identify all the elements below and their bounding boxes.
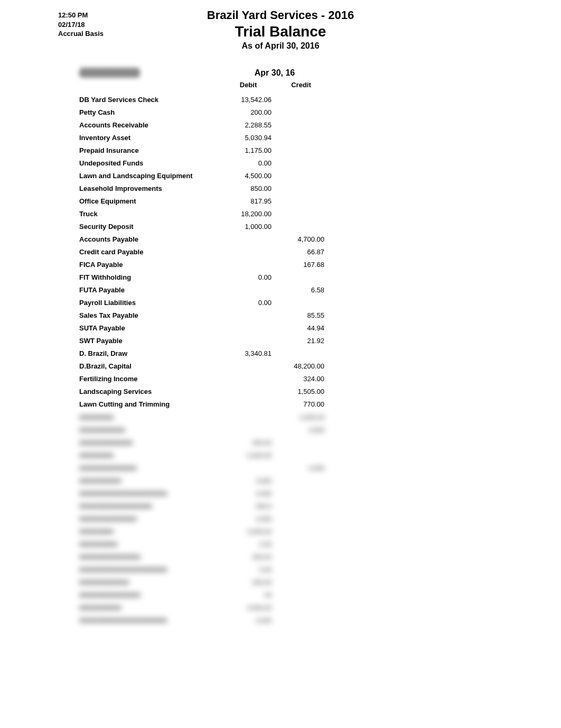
debit-value: x,xxx [222,473,275,485]
debit-value: 817.95 [222,193,275,206]
debit-value [222,409,275,422]
table-row: xxxxxxxxxxxx,xxx.xx [53,600,328,612]
credit-value [275,181,328,193]
credit-value: 21.92 [275,333,328,346]
table-row: Truck18,200.00 [53,206,328,219]
credit-value: x,xxx [275,422,328,435]
credit-value: 324.00 [275,371,328,384]
debit-value: x,xxx.xx [222,523,275,536]
debit-value: 4,500.00 [222,168,275,181]
credit-value [275,447,328,460]
debit-value: 18,200.00 [222,206,275,219]
debit-value: x.xx [222,536,275,549]
account-name: Lawn Cutting and Trimming [53,397,222,409]
account-name: Inventory Asset [53,130,222,143]
account-name: xxxxxxxxx [53,523,222,536]
table-row: xxxxxxxxxxxxxxxxxxxxxxxx,xxx [53,612,328,625]
credit-value [275,473,328,485]
credit-value [275,600,328,612]
credit-value: 44.94 [275,320,328,333]
table-row: xxxxxxxxxxxxxxxx,xxx [53,511,328,523]
debit-value [222,308,275,320]
credit-value [275,130,328,143]
debit-value: 200.00 [222,105,275,117]
account-name: xxxxxxxxxxxxxx [53,435,222,447]
table-row: xxxxxxxxxx,xxx.xx [53,409,328,422]
account-name: SUTA Payable [53,320,222,333]
credit-value [275,117,328,130]
table-row: xxxxxxxxxxxxxxxxxxx.xx [53,549,328,561]
debit-value: 0.00 [222,270,275,282]
debit-value [222,232,275,244]
debit-value: 0.00 [222,295,275,308]
col-debit: Debit [222,79,275,92]
debit-value [222,257,275,270]
header-time: 12:50 PM [58,11,104,20]
account-name: xxxxxxxxxxx [53,473,222,485]
account-name: Office Equipment [53,193,222,206]
credit-value: 85.55 [275,308,328,320]
account-name: xxxxxxxxxxxxxxx [53,511,222,523]
table-row: xxxxxxxxxxx.xx [53,536,328,549]
table-row: FIT Withholding0.00 [53,270,328,282]
debit-value [222,358,275,371]
debit-value [222,460,275,473]
account-name: xxxxxxxxxxxx [53,422,222,435]
table-row: Accounts Receivable2,288.55 [53,117,328,130]
credit-value: 66.87 [275,244,328,257]
credit-value [275,549,328,561]
header-basis: Accrual Basis [58,29,104,39]
account-name: Undeposited Funds [53,155,222,168]
header-date: 02/17/18 [58,20,104,30]
debit-value [222,333,275,346]
table-row: xxxxxxxxxxxxxxxxxxxxxxxx.xx [53,561,328,574]
report-header: 12:50 PM 02/17/18 Accrual Basis Brazil Y… [21,5,540,51]
table-row: Security Deposit1,000.00 [53,219,328,232]
account-name: Security Deposit [53,219,222,232]
credit-value [275,498,328,511]
debit-value: x,xxx.xx [222,600,275,612]
credit-value [275,511,328,523]
table-row: xxxxxxxxxxxxxxxxxxxxxx.x [53,498,328,511]
debit-value: 1,000.00 [222,219,275,232]
account-name: Landscaping Services [53,384,222,397]
credit-value: 167.68 [275,257,328,270]
credit-value [275,612,328,625]
table-row: Payroll Liabilities0.00 [53,295,328,308]
debit-value [222,320,275,333]
column-group: Apr 30, 16 [255,68,295,77]
debit-value: x,xxx [222,485,275,498]
account-name: Sales Tax Payable [53,308,222,320]
table-row: Petty Cash200.00 [53,105,328,117]
credit-value [275,435,328,447]
table-row: Leasehold Improvements850.00 [53,181,328,193]
account-name: Lawn and Landscaping Equipment [53,168,222,181]
col-credit: Credit [275,79,328,92]
debit-value [222,397,275,409]
credit-value [275,92,328,105]
table-body: DB Yard Services Check13,542.06Petty Cas… [53,92,328,625]
header-meta: 12:50 PM 02/17/18 Accrual Basis [58,11,104,39]
debit-value: 850.00 [222,181,275,193]
table-row: xxxxxxxxxxxxxxxxxx [53,587,328,600]
credit-value [275,219,328,232]
debit-value [222,282,275,295]
table-row: Undeposited Funds0.00 [53,155,328,168]
account-name: xxxxxxxxxxxxxxxxxxxxxxx [53,561,222,574]
account-name: xxxxxxxxxxxxxxxxxxxxxxx [53,612,222,625]
account-name: xxxxxxxxxxxxxxxxxxx [53,498,222,511]
table-row: SWT Payable21.92 [53,333,328,346]
account-name: FICA Payable [53,257,222,270]
debit-value: 5,030.94 [222,130,275,143]
table-row: Office Equipment817.95 [53,193,328,206]
debit-value: x.xx [222,561,275,574]
table-row: FICA Payable167.68 [53,257,328,270]
blurred-first-cell: xxxxxxxxxxxx [53,67,222,79]
table-row: Credit card Payable66.87 [53,244,328,257]
credit-value: 4,700.00 [275,232,328,244]
debit-value: 0.00 [222,155,275,168]
credit-value [275,523,328,536]
table-row: xxxxxxxxxx,xxx.xx [53,523,328,536]
credit-value: 770.00 [275,397,328,409]
credit-value [275,193,328,206]
